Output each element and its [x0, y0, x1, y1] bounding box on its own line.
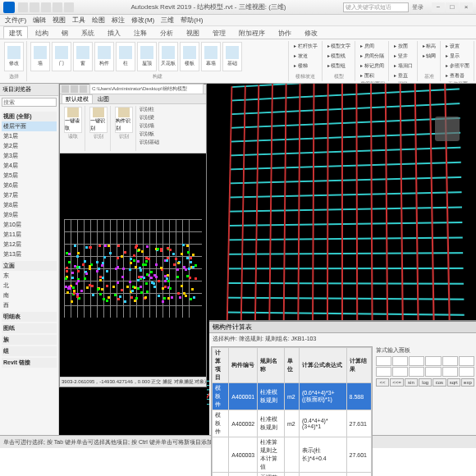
- tree-item[interactable]: Revit 链接: [2, 358, 57, 368]
- search-input[interactable]: 键入关键字或短语: [343, 2, 409, 12]
- ribbon-button[interactable]: 天花板: [158, 42, 178, 71]
- component-button[interactable]: 构件识别: [115, 107, 133, 133]
- tree-item[interactable]: 南: [2, 291, 57, 300]
- ribbon-tab[interactable]: 分析: [154, 26, 179, 39]
- ribbon-item[interactable]: ▸ 按面: [392, 42, 414, 51]
- ribbon-item[interactable]: ▸ 参照平面: [444, 62, 471, 71]
- menu-item[interactable]: 标注: [112, 16, 125, 25]
- calc-op-button[interactable]: exp: [461, 378, 474, 387]
- sub-ribbon-item[interactable]: 识别柱: [138, 106, 161, 113]
- ribbon-item[interactable]: ▸ 坡道: [292, 52, 319, 61]
- ribbon-button[interactable]: 基础: [222, 42, 242, 71]
- ribbon-tab[interactable]: 修改: [299, 26, 323, 39]
- back-icon[interactable]: [62, 85, 69, 93]
- calc-op-button[interactable]: <<: [376, 378, 389, 387]
- modify-button[interactable]: 修改: [4, 42, 24, 71]
- tree-item[interactable]: 第4层: [2, 161, 57, 171]
- menu-item[interactable]: 帮助(H): [181, 16, 203, 25]
- ribbon-button[interactable]: 楼板: [180, 42, 199, 71]
- tree-item[interactable]: 楼层平面: [2, 121, 57, 131]
- ribbon-tab[interactable]: 建筑: [3, 26, 28, 39]
- table-row[interactable]: 无调整值: [213, 473, 372, 477]
- ribbon-item[interactable]: ▸ 房间分隔: [359, 52, 386, 61]
- ribbon-item[interactable]: ▸ 楼梯: [292, 62, 319, 71]
- ribbon-item[interactable]: ▸ 垂直: [392, 71, 414, 80]
- ribbon-tab[interactable]: 管理: [207, 26, 231, 39]
- calc-op-button[interactable]: cos: [433, 378, 446, 387]
- subtab-1[interactable]: 默认建模: [62, 94, 93, 104]
- tree-item[interactable]: 族: [2, 335, 57, 345]
- ribbon-button[interactable]: 幕墙: [201, 42, 221, 71]
- tree-item[interactable]: 第13层: [2, 249, 57, 259]
- sub-ribbon-item[interactable]: 识别梁: [138, 114, 161, 121]
- menu-item[interactable]: 修改(M): [131, 16, 154, 25]
- tree-item[interactable]: 组: [2, 346, 57, 356]
- menu-item[interactable]: 视图: [53, 16, 66, 25]
- ribbon-item[interactable]: ▸ 轴网: [421, 52, 438, 61]
- viewcube-icon[interactable]: [435, 117, 460, 141]
- menu-item[interactable]: 绘图: [92, 16, 105, 25]
- browser-search-input[interactable]: [2, 98, 57, 107]
- ribbon-button[interactable]: 墙: [30, 42, 50, 71]
- table-row[interactable]: A400003柱准算规则之本计算值表示(柱长)*4+0.427.601: [213, 437, 372, 473]
- maximize-button[interactable]: □: [446, 2, 459, 12]
- close-button[interactable]: ×: [460, 2, 473, 12]
- calc-op-button[interactable]: sqrt: [447, 378, 460, 387]
- qat-undo-icon[interactable]: [41, 2, 51, 12]
- tree-item[interactable]: 第3层: [2, 151, 57, 161]
- ribbon-tab[interactable]: 附加程序: [233, 26, 271, 39]
- qat-print-icon[interactable]: [64, 2, 74, 12]
- tree-item[interactable]: 第6层: [2, 181, 57, 190]
- recognize-button[interactable]: 一键识别: [89, 107, 108, 133]
- tree-item[interactable]: 第11层: [2, 230, 57, 240]
- ribbon-item[interactable]: ▸ 墙洞口: [392, 62, 414, 71]
- qat-open-icon[interactable]: [18, 2, 28, 12]
- sub-ribbon-item[interactable]: 识别板: [138, 130, 161, 138]
- ribbon-tab[interactable]: 注释: [128, 26, 153, 39]
- ribbon-item[interactable]: ▸ 模型文字: [326, 42, 353, 51]
- ribbon-tab[interactable]: 视图: [181, 26, 205, 39]
- tree-item[interactable]: 立面: [2, 261, 57, 271]
- ribbon-item[interactable]: ▸ 标记房间: [359, 62, 386, 71]
- ribbon-item[interactable]: ▸ 模型组: [326, 62, 353, 71]
- calc-op-button[interactable]: log: [419, 378, 432, 387]
- ribbon-button[interactable]: 构件: [94, 42, 114, 71]
- tree-item[interactable]: 图纸: [2, 323, 57, 333]
- ribbon-tab[interactable]: 钢: [56, 26, 74, 39]
- up-icon[interactable]: [80, 85, 87, 93]
- tree-item[interactable]: 第10层: [2, 220, 57, 230]
- menu-item[interactable]: 文件(F): [5, 16, 26, 25]
- tree-item[interactable]: 第7层: [2, 190, 57, 200]
- ribbon-tab[interactable]: 协作: [272, 26, 297, 39]
- tree-item[interactable]: 第1层: [2, 131, 57, 141]
- ribbon-item[interactable]: ▸ 竖井: [392, 52, 414, 61]
- ribbon-button[interactable]: 窗: [73, 42, 93, 71]
- table-row[interactable]: 模板件A400002柱准模板规则m2(0.4*4+4)*(3+4)*127.63…: [213, 410, 372, 437]
- tree-item[interactable]: 第12层: [2, 240, 57, 249]
- sub-ribbon-item[interactable]: 识别墙: [138, 122, 161, 130]
- tree-item[interactable]: 第5层: [2, 171, 57, 181]
- qat-redo-icon[interactable]: [53, 2, 62, 12]
- sub-ribbon-item[interactable]: 识别基础: [138, 139, 161, 146]
- cad-2d-view[interactable]: [60, 153, 206, 377]
- calc-table[interactable]: 计算项目构件编号规则名称单位计算公式表达式计算结果模板件A400001柱准模板规…: [212, 347, 372, 476]
- input-grid[interactable]: [376, 356, 474, 377]
- tree-item[interactable]: 第9层: [2, 210, 57, 220]
- minimize-button[interactable]: −: [432, 2, 445, 12]
- forward-icon[interactable]: [71, 85, 78, 93]
- ribbon-item[interactable]: ▸ 标高: [421, 42, 438, 51]
- ribbon-item[interactable]: ▸ 房间: [359, 42, 386, 51]
- read-button[interactable]: 一键读取: [64, 107, 82, 133]
- ribbon-tab[interactable]: 结构: [30, 26, 54, 39]
- ribbon-item[interactable]: ▸ 模型线: [326, 52, 353, 61]
- ribbon-button[interactable]: 门: [52, 42, 71, 71]
- qat-save-icon[interactable]: [30, 2, 39, 12]
- table-row[interactable]: 模板件A400001柱准模板规则m2(0.6*4+4)*3+((板面积)*1)8…: [213, 383, 372, 410]
- tree-item[interactable]: 东: [2, 271, 57, 281]
- ribbon-item[interactable]: ▸ 显示: [444, 52, 471, 61]
- ribbon-tab[interactable]: 系统: [76, 26, 100, 39]
- ribbon-item[interactable]: ▸ 设置: [444, 42, 471, 51]
- menu-item[interactable]: 编辑: [33, 16, 46, 25]
- tree-item[interactable]: 第8层: [2, 200, 57, 210]
- user-menu[interactable]: 登录: [412, 3, 423, 11]
